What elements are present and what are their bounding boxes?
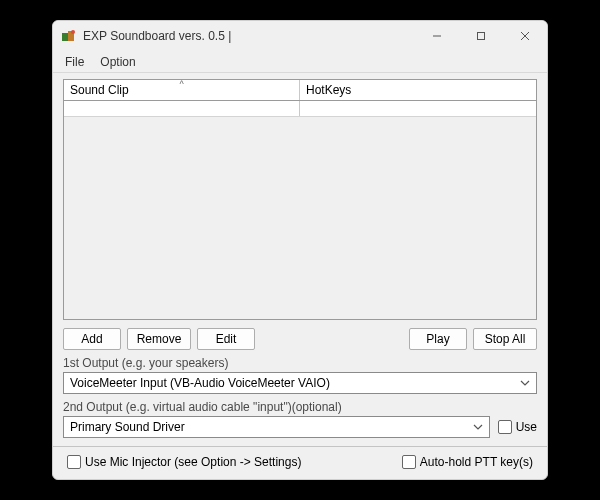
output1-label: 1st Output (e.g. your speakers): [63, 356, 537, 370]
window-title: EXP Soundboard vers. 0.5 |: [83, 29, 415, 43]
table-header: Sound Clip ^ HotKeys: [63, 79, 537, 101]
autohold-checkbox[interactable]: [402, 455, 416, 469]
app-window: EXP Soundboard vers. 0.5 | File Option S…: [52, 20, 548, 480]
output2-label: 2nd Output (e.g. virtual audio cable "in…: [63, 400, 537, 414]
content-area: Sound Clip ^ HotKeys Add Remove Edit Pla…: [53, 73, 547, 479]
col-sound-label: Sound Clip: [70, 83, 129, 97]
autohold-label: Auto-hold PTT key(s): [420, 455, 533, 469]
svg-point-2: [71, 30, 75, 34]
action-buttons: Add Remove Edit Play Stop All: [63, 328, 537, 350]
footer-bar: Use Mic Injector (see Option -> Settings…: [53, 446, 547, 479]
table-body[interactable]: [63, 101, 537, 320]
mic-injector-option[interactable]: Use Mic Injector (see Option -> Settings…: [67, 455, 301, 469]
svg-rect-4: [478, 33, 485, 40]
stopall-button[interactable]: Stop All: [473, 328, 537, 350]
remove-button[interactable]: Remove: [127, 328, 191, 350]
svg-rect-0: [62, 33, 68, 41]
chevron-down-icon: [520, 377, 530, 391]
menu-file[interactable]: File: [57, 53, 92, 71]
autohold-option[interactable]: Auto-hold PTT key(s): [402, 455, 533, 469]
col-hotkeys[interactable]: HotKeys: [300, 80, 536, 100]
col-hotkeys-label: HotKeys: [306, 83, 351, 97]
use-checkbox[interactable]: [498, 420, 512, 434]
mic-injector-label: Use Mic Injector (see Option -> Settings…: [85, 455, 301, 469]
edit-button[interactable]: Edit: [197, 328, 255, 350]
mic-injector-checkbox[interactable]: [67, 455, 81, 469]
col-sound-clip[interactable]: Sound Clip ^: [64, 80, 300, 100]
output1-value: VoiceMeeter Input (VB-Audio VoiceMeeter …: [70, 376, 330, 390]
play-button[interactable]: Play: [409, 328, 467, 350]
close-button[interactable]: [503, 21, 547, 51]
output1-select[interactable]: VoiceMeeter Input (VB-Audio VoiceMeeter …: [63, 372, 537, 394]
output2-value: Primary Sound Driver: [70, 420, 185, 434]
menu-option[interactable]: Option: [92, 53, 143, 71]
maximize-button[interactable]: [459, 21, 503, 51]
add-button[interactable]: Add: [63, 328, 121, 350]
chevron-down-icon: [473, 421, 483, 435]
titlebar: EXP Soundboard vers. 0.5 |: [53, 21, 547, 51]
use-output2[interactable]: Use: [498, 420, 537, 434]
output2-select[interactable]: Primary Sound Driver: [63, 416, 490, 438]
app-icon: [61, 28, 77, 44]
window-controls: [415, 21, 547, 51]
minimize-button[interactable]: [415, 21, 459, 51]
table-row: [64, 101, 536, 117]
use-label: Use: [516, 420, 537, 434]
sort-indicator-icon: ^: [179, 79, 183, 89]
menubar: File Option: [53, 51, 547, 73]
